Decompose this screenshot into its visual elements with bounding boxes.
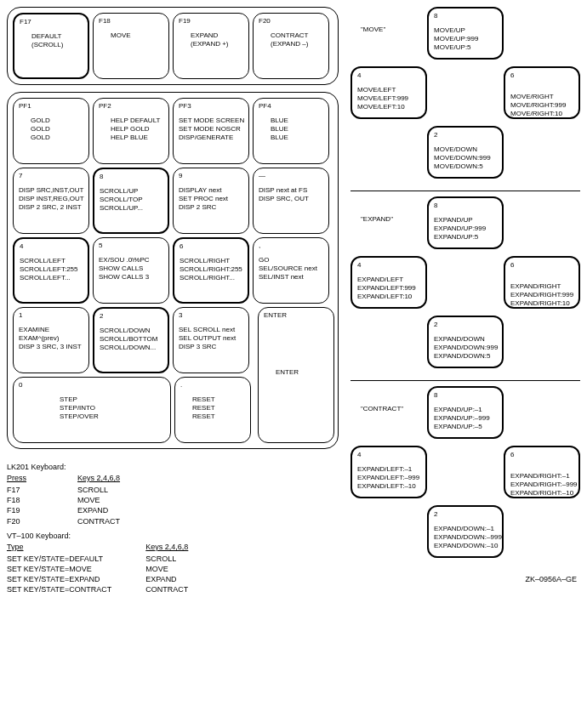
- key-lines: EXPAND/LEFT EXPAND/LEFT:999 EXPAND/LEFT:…: [357, 276, 420, 301]
- key-lines: DISP next at FS DISP SRC, OUT: [259, 186, 323, 203]
- vt100-title: VT–100 Keyboard:: [7, 532, 339, 540]
- key-f17: F17 DEFAULT (SCROLL): [13, 13, 89, 79]
- key-lines: CONTRACT (EXPAND –): [259, 31, 323, 48]
- key-num: 8: [434, 391, 497, 399]
- enter-spacer: [254, 377, 331, 443]
- key-lines: EXPAND/UP:–1 EXPAND/UP:–999 EXPAND/UP:–5: [434, 406, 497, 431]
- key-num: .: [180, 381, 245, 389]
- key-num: 2: [434, 510, 497, 518]
- page: F17 DEFAULT (SCROLL) F18 MOVE F19 EXPAND: [7, 7, 587, 594]
- key-lines: EXPAND/DOWN:–1 EXPAND/DOWN:–999 EXPAND/D…: [434, 525, 497, 550]
- key-f18: F18 MOVE: [93, 13, 169, 79]
- key-lines: EXPAND/DOWN EXPAND/DOWN:999 EXPAND/DOWN:…: [434, 335, 497, 361]
- key-4: 4 SCROLL/LEFT SCROLL/LEFT:255 SCROLL/LEF…: [13, 237, 89, 304]
- key-lines: EXPAND/RIGHT:–1 EXPAND/RIGHT:–999 EXPAND…: [510, 472, 573, 498]
- key-num: 2: [100, 312, 162, 320]
- vt100-table: Type SET KEY/STATE=DEFAULT SET KEY/STATE…: [7, 542, 339, 595]
- key-lines: SCROLL/RIGHT SCROLL/RIGHT:255 SCROLL/RIG…: [180, 257, 242, 282]
- vt100-type-col: Type SET KEY/STATE=DEFAULT SET KEY/STATE…: [7, 542, 111, 595]
- key-num: 4: [357, 451, 420, 458]
- key-f20: F20 CONTRACT (EXPAND –): [253, 13, 329, 79]
- key-num: 1: [19, 311, 83, 319]
- row-789: 7 DISP SRC,INST,OUT DISP INST,REG,OUT DI…: [13, 168, 333, 234]
- key-num: 5: [99, 242, 163, 249]
- key-lines: EXPAND (EXPAND +): [179, 31, 243, 48]
- cross-move: "MOVE" 8 MOVE/UP MOVE/UP:999 MOVE/UP:5 4…: [350, 7, 580, 184]
- key-9: 9 DISPLAY next SET PROC next DISP 2 SRC: [173, 168, 249, 234]
- key-lines: DISP SRC,INST,OUT DISP INST,REG,OUT DISP…: [19, 186, 83, 212]
- key-lines: ENTER: [264, 368, 328, 377]
- key-lines: BLUE BLUE BLUE: [259, 117, 323, 142]
- key-num: F19: [179, 17, 243, 25]
- key-lines: SCROLL/UP SCROLL/TOP SCROLL/UP...: [100, 187, 162, 213]
- key-6: 6 SCROLL/RIGHT SCROLL/RIGHT:255 SCROLL/R…: [173, 237, 249, 304]
- row-456: 4 SCROLL/LEFT SCROLL/LEFT:255 SCROLL/LEF…: [13, 237, 333, 304]
- key-comma: , GO SEL/SOURCE next SEL/INST next: [253, 237, 329, 304]
- key-right: 6 MOVE/RIGHT MOVE/RIGHT:999 MOVE/RIGHT:1…: [504, 66, 580, 119]
- key-pf4: PF4 BLUE BLUE BLUE: [253, 98, 329, 164]
- key-num: 2: [434, 131, 497, 139]
- key-left: 4 MOVE/LEFT MOVE/LEFT:999 MOVE/LEFT:10: [350, 66, 427, 119]
- key-7: 7 DISP SRC,INST,OUT DISP INST,REG,OUT DI…: [13, 168, 89, 234]
- key-num: 8: [100, 173, 162, 180]
- lk201-keys-col: Keys 2,4,6,8 SCROLL MOVE EXPAND CONTRACT: [77, 473, 120, 526]
- key-lines: EXPAND/RIGHT EXPAND/RIGHT:999 EXPAND/RIG…: [510, 282, 573, 308]
- key-num: 6: [510, 71, 573, 79]
- key-lines: DEFAULT (SCROLL): [20, 32, 83, 49]
- f-key-group: F17 DEFAULT (SCROLL) F18 MOVE F19 EXPAND: [7, 7, 339, 85]
- col-header: Type: [7, 542, 111, 552]
- key-down: 2 MOVE/DOWN MOVE/DOWN:999 MOVE/DOWN:5: [427, 126, 504, 179]
- cross-label: "EXPAND": [361, 215, 393, 223]
- key-2: 2 SCROLL/DOWN SCROLL/BOTTOM SCROLL/DOWN.…: [93, 307, 169, 373]
- key-num: 3: [179, 311, 243, 319]
- cross-expand: "EXPAND" 8 EXPAND/UP EXPAND/UP:999 EXPAN…: [350, 191, 580, 373]
- legend: LK201 Keyboard: Press F17 F18 F19 F20 Ke…: [7, 463, 339, 594]
- key-pf1: PF1 GOLD GOLD GOLD: [13, 98, 89, 164]
- key-right: 6 EXPAND/RIGHT EXPAND/RIGHT:999 EXPAND/R…: [504, 256, 580, 309]
- key-down: 2 EXPAND/DOWN EXPAND/DOWN:999 EXPAND/DOW…: [427, 316, 504, 368]
- left-column: F17 DEFAULT (SCROLL) F18 MOVE F19 EXPAND: [7, 7, 339, 594]
- key-f19: F19 EXPAND (EXPAND +): [173, 13, 249, 79]
- key-lines: SEL SCROLL next SEL OUTPUT next DISP 3 S…: [179, 326, 243, 351]
- col-header: Keys 2,4,6,8: [77, 473, 120, 483]
- key-num: PF1: [19, 102, 83, 110]
- key-lines: MOVE/UP MOVE/UP:999 MOVE/UP:5: [434, 26, 497, 52]
- key-num: 0: [19, 381, 165, 389]
- key-num: 4: [20, 242, 83, 250]
- key-period: . RESET RESET RESET: [174, 377, 251, 443]
- cross: "EXPAND" 8 EXPAND/UP EXPAND/UP:999 EXPAN…: [350, 196, 580, 373]
- key-num: 2: [434, 321, 497, 328]
- row-123: 1 EXAMINE EXAM^(prev) DISP 3 SRC, 3 INST…: [13, 307, 333, 373]
- key-lines: GOLD GOLD GOLD: [19, 117, 83, 142]
- col-header: Press: [7, 473, 26, 483]
- key-num: F17: [20, 18, 83, 26]
- key-left: 4 EXPAND/LEFT EXPAND/LEFT:999 EXPAND/LEF…: [350, 256, 427, 309]
- lk201-title: LK201 Keyboard:: [7, 463, 339, 471]
- key-num: PF4: [259, 102, 323, 110]
- key-up: 8 EXPAND/UP EXPAND/UP:999 EXPAND/UP:5: [427, 196, 504, 249]
- key-lines: GO SEL/SOURCE next SEL/INST next: [259, 256, 323, 282]
- key-3: 3 SEL SCROLL next SEL OUTPUT next DISP 3…: [173, 307, 249, 373]
- cross-label: "MOVE": [361, 26, 385, 33]
- key-lines: SCROLL/LEFT SCROLL/LEFT:255 SCROLL/LEFT.…: [20, 257, 83, 282]
- key-lines: RESET RESET RESET: [180, 395, 245, 421]
- pf-row: PF1 GOLD GOLD GOLD PF2 HELP DEFAULT HELP…: [13, 98, 333, 164]
- key-num: —: [259, 172, 323, 179]
- key-num: 6: [510, 261, 573, 269]
- figure-id: ZK–0956A–GE: [350, 575, 580, 583]
- key-pf3: PF3 SET MODE SCREEN SET MODE NOSCR DISP/…: [173, 98, 249, 164]
- key-num: ,: [259, 242, 323, 249]
- key-num: 4: [357, 71, 420, 79]
- lk201-press-col: Press F17 F18 F19 F20: [7, 473, 26, 526]
- key-left: 4 EXPAND/LEFT:–1 EXPAND/LEFT:–999 EXPAND…: [350, 446, 427, 498]
- lk201-table: Press F17 F18 F19 F20 Keys 2,4,6,8 SCROL…: [7, 473, 339, 526]
- key-num: PF2: [99, 102, 163, 110]
- f-key-row: F17 DEFAULT (SCROLL) F18 MOVE F19 EXPAND: [13, 13, 333, 79]
- key-lines: MOVE/RIGHT MOVE/RIGHT:999 MOVE/RIGHT:10: [510, 93, 573, 118]
- key-num: 8: [434, 12, 497, 20]
- key-lines: STEP STEP/INTO STEP/OVER: [19, 395, 165, 421]
- vt100-keys-col: Keys 2,4,6,8 SCROLL MOVE EXPAND CONTRACT: [145, 542, 188, 595]
- key-num: F18: [99, 17, 163, 25]
- right-column: "MOVE" 8 MOVE/UP MOVE/UP:999 MOVE/UP:5 4…: [350, 7, 580, 583]
- key-lines: MOVE/DOWN MOVE/DOWN:999 MOVE/DOWN:5: [434, 145, 497, 171]
